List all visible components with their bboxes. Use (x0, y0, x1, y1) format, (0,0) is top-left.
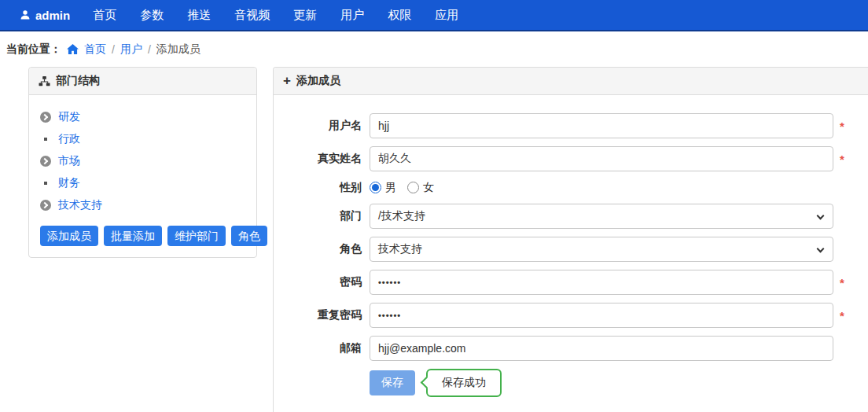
gender-radio-group: 男女 (370, 181, 434, 195)
chevron-circle-icon (40, 156, 51, 167)
navbar-menu: 首页参数推送音视频更新用户权限应用 (81, 0, 470, 30)
username-label: 用户名 (274, 119, 362, 133)
gender-option-0[interactable]: 男 (370, 181, 396, 195)
add-member-panel-header: + 添加成员 (274, 68, 868, 95)
breadcrumb-link-users[interactable]: 用户 (120, 42, 142, 57)
radio-icon[interactable] (370, 182, 381, 193)
tree-item-label: 市场 (58, 154, 80, 168)
department-label: 部门 (274, 209, 362, 223)
manage-dep-button[interactable]: 维护部门 (167, 226, 226, 246)
tree-item-label: 技术支持 (58, 198, 102, 212)
bullet-icon (44, 138, 47, 141)
nav-item-5[interactable]: 用户 (329, 0, 376, 30)
gender-option-label: 男 (385, 181, 396, 195)
realname-input[interactable] (370, 146, 833, 171)
nav-item-3[interactable]: 音视频 (223, 0, 281, 30)
realname-label: 真实姓名 (274, 152, 362, 166)
role-label: 角色 (274, 242, 362, 256)
department-tree: 研发行政市场财务技术支持 (40, 106, 245, 216)
department-panel-header: 部门结构 (29, 68, 256, 95)
breadcrumb-link-home[interactable]: 首页 (84, 42, 106, 57)
plus-icon: + (283, 75, 291, 86)
tree-item-finance[interactable]: 财务 (40, 172, 245, 194)
gender-option-1[interactable]: 女 (407, 181, 434, 195)
role-select[interactable]: 技术支持 (370, 237, 833, 262)
navbar-brand-label: admin (35, 9, 70, 22)
required-asterisk: * (840, 276, 844, 289)
role-selected-value: 技术支持 (378, 242, 422, 256)
save-success-message: 保存成功 (442, 376, 486, 388)
add-member-panel: + 添加成员 用户名*真实姓名*性别男女部门/技术支持角色技术支持密码*重复密码… (273, 67, 868, 412)
content: 部门结构 研发行政市场财务技术支持 添加成员批量添加维护部门角色 + 添加成员 … (0, 67, 868, 412)
tree-item-rnd[interactable]: 研发 (40, 106, 245, 128)
navbar: admin 首页参数推送音视频更新用户权限应用 (0, 0, 868, 31)
required-asterisk: * (840, 120, 844, 133)
add-member-button[interactable]: 添加成员 (40, 226, 98, 246)
form-row-realname: 真实姓名* (274, 146, 868, 171)
sitemap-icon (39, 75, 50, 87)
breadcrumb: 当前位置： 首页 / 用户 / 添加成员 (0, 31, 868, 67)
breadcrumb-current: 添加成员 (156, 42, 200, 57)
breadcrumb-prefix: 当前位置： (6, 42, 61, 57)
department-panel-title: 部门结构 (56, 74, 100, 88)
submit-row: 保存 保存成功 (370, 369, 868, 397)
tree-item-admin-dep[interactable]: 行政 (40, 128, 245, 150)
user-icon (20, 9, 31, 20)
tree-item-label: 行政 (58, 132, 80, 146)
chevron-down-icon (817, 245, 825, 253)
tooltip-arrow-icon (421, 377, 433, 389)
gender-option-label: 女 (423, 181, 434, 195)
nav-item-2[interactable]: 推送 (175, 0, 223, 30)
department-select[interactable]: /技术支持 (370, 204, 833, 229)
breadcrumb-separator: / (148, 43, 151, 56)
nav-item-7[interactable]: 应用 (423, 0, 470, 30)
gender-label: 性别 (274, 181, 362, 195)
department-panel: 部门结构 研发行政市场财务技术支持 添加成员批量添加维护部门角色 (28, 67, 257, 258)
username-input[interactable] (370, 113, 833, 138)
form-row-username: 用户名* (274, 113, 868, 138)
password-input[interactable] (370, 270, 833, 295)
form-row-email: 邮箱 (274, 336, 868, 361)
bullet-icon (44, 182, 47, 185)
email-input[interactable] (370, 336, 833, 361)
nav-item-6[interactable]: 权限 (376, 0, 423, 30)
chevron-down-icon (817, 212, 825, 220)
tree-item-label: 研发 (58, 110, 80, 124)
form-row-department: 部门/技术支持 (274, 204, 868, 229)
chevron-circle-icon (40, 200, 51, 211)
department-selected-value: /技术支持 (378, 209, 425, 223)
save-button[interactable]: 保存 (370, 370, 415, 395)
tree-item-tech[interactable]: 技术支持 (40, 194, 245, 216)
role-button[interactable]: 角色 (231, 226, 267, 246)
form-row-password: 密码* (274, 270, 868, 295)
required-asterisk: * (840, 153, 844, 166)
radio-icon[interactable] (407, 182, 419, 193)
nav-item-0[interactable]: 首页 (81, 0, 128, 30)
navbar-brand[interactable]: admin (20, 9, 70, 22)
form-row-password2: 重复密码* (274, 303, 868, 328)
sidebar-actions: 添加成员批量添加维护部门角色 (40, 226, 245, 246)
password2-label: 重复密码 (274, 308, 362, 322)
add-member-form: 用户名*真实姓名*性别男女部门/技术支持角色技术支持密码*重复密码*邮箱 保存 … (274, 95, 868, 412)
save-success-tooltip: 保存成功 (426, 369, 502, 397)
breadcrumb-separator: / (112, 43, 115, 56)
tree-item-market[interactable]: 市场 (40, 150, 245, 172)
form-row-gender: 性别男女 (274, 179, 868, 196)
password2-input[interactable] (370, 303, 833, 328)
nav-item-1[interactable]: 参数 (128, 0, 175, 30)
form-rows: 用户名*真实姓名*性别男女部门/技术支持角色技术支持密码*重复密码*邮箱 (274, 113, 868, 361)
add-member-panel-title: 添加成员 (296, 74, 340, 88)
chevron-circle-icon (40, 112, 51, 123)
department-panel-body: 研发行政市场财务技术支持 添加成员批量添加维护部门角色 (29, 95, 256, 257)
form-row-role: 角色技术支持 (274, 237, 868, 262)
password-label: 密码 (274, 275, 362, 289)
batch-add-button[interactable]: 批量添加 (104, 226, 162, 246)
tree-item-label: 财务 (58, 176, 80, 190)
required-asterisk: * (840, 309, 844, 322)
home-icon (67, 44, 79, 55)
nav-item-4[interactable]: 更新 (281, 0, 329, 30)
email-label: 邮箱 (274, 341, 362, 355)
